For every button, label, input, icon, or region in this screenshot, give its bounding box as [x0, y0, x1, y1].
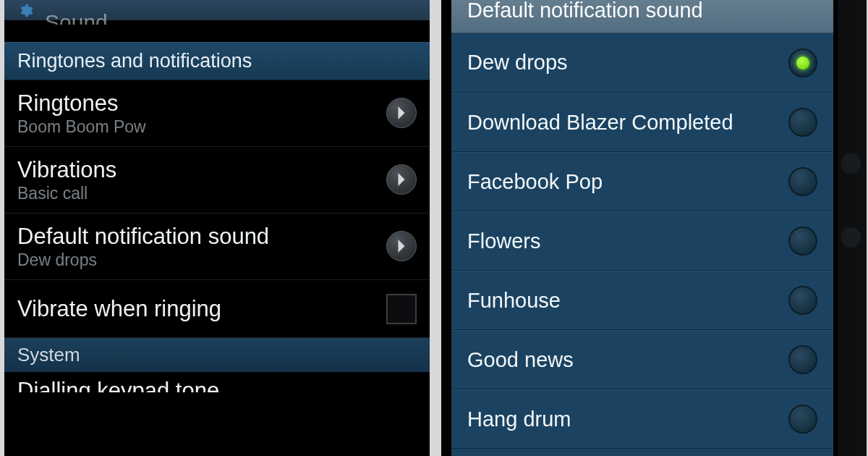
- option-dew-drops[interactable]: Dew drops: [451, 33, 833, 93]
- radio-unselected[interactable]: [788, 405, 817, 434]
- option-facebook-pop[interactable]: Facebook Pop: [451, 152, 833, 211]
- row-vibrations[interactable]: Vibrations Basic call: [4, 147, 430, 214]
- radio-selected[interactable]: [788, 48, 817, 77]
- option-label: Facebook Pop: [467, 170, 788, 194]
- option-label: Flowers: [467, 229, 788, 253]
- app-header: Sound: [4, 0, 430, 20]
- row-subtitle: Dew drops: [17, 251, 386, 269]
- option-good-news[interactable]: Good news: [451, 330, 833, 389]
- option-label: Good news: [467, 348, 788, 372]
- row-default-notification-sound[interactable]: Default notification sound Dew drops: [4, 214, 430, 280]
- radio-unselected[interactable]: [788, 286, 817, 315]
- chevron-right-icon: [386, 164, 417, 195]
- option-label: Download Blazer Completed: [467, 111, 788, 135]
- row-dialling-keypad-tone[interactable]: Dialling keypad tone: [4, 372, 430, 392]
- option-label: Funhouse: [467, 289, 788, 313]
- option-hang-drum[interactable]: Hang drum: [451, 389, 833, 449]
- sound-picker-dialog: Default notification sound Dew drops Dow…: [451, 0, 833, 456]
- settings-sound-screen: Sound Ringtones and notifications Ringto…: [4, 0, 430, 456]
- settings-gear-icon: [14, 3, 39, 19]
- chevron-right-icon: [386, 231, 417, 261]
- row-title: Vibrate when ringing: [17, 290, 386, 328]
- chevron-right-icon: [386, 98, 417, 128]
- notification-sound-picker-screen: R B Default notification sound Dew drops…: [441, 0, 867, 456]
- header-title: Sound: [45, 10, 108, 25]
- background-rows: [838, 0, 867, 456]
- row-ringtones[interactable]: Ringtones Boom Boom Pow: [4, 80, 430, 147]
- section-header-system: System: [4, 338, 430, 372]
- option-label: Hang drum: [467, 408, 788, 431]
- chevron-right-icon: [841, 153, 861, 174]
- radio-unselected[interactable]: [788, 167, 817, 196]
- option-download-blazer-completed[interactable]: Download Blazer Completed: [451, 93, 833, 152]
- row-title: Ringtones: [17, 90, 386, 117]
- row-title: Default notification sound: [17, 224, 386, 250]
- chevron-right-icon: [841, 227, 861, 248]
- radio-unselected[interactable]: [788, 108, 817, 137]
- dialog-option-list[interactable]: Dew drops Download Blazer Completed Face…: [451, 33, 833, 456]
- row-subtitle: Basic call: [17, 185, 386, 203]
- option-funhouse[interactable]: Funhouse: [451, 271, 833, 330]
- dialog-title: Default notification sound: [451, 0, 833, 33]
- radio-unselected[interactable]: [788, 345, 817, 374]
- section-header-ringtones: Ringtones and notifications: [4, 42, 430, 80]
- row-subtitle: Boom Boom Pow: [17, 118, 386, 136]
- row-vibrate-when-ringing[interactable]: Vibrate when ringing: [4, 280, 430, 339]
- option-flowers[interactable]: Flowers: [451, 211, 833, 271]
- option-label: Dew drops: [467, 51, 788, 75]
- row-title: Vibrations: [17, 157, 386, 183]
- checkbox-unchecked[interactable]: [386, 294, 417, 324]
- radio-unselected[interactable]: [788, 227, 817, 256]
